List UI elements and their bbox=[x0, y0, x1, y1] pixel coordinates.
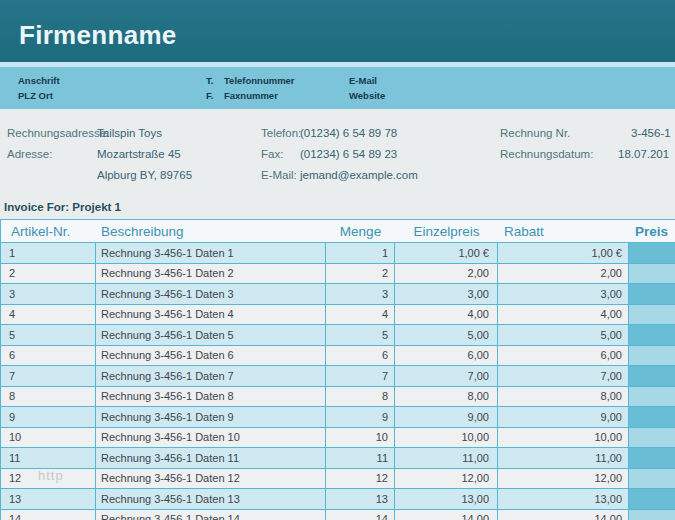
table-row: 9 Rechnung 3-456-1 Daten 9 9 9,00 9,00 bbox=[0, 407, 675, 428]
cell-preis bbox=[629, 510, 675, 520]
cell-preis bbox=[629, 387, 675, 407]
cell-preis bbox=[629, 469, 675, 489]
cell-menge: 2 bbox=[326, 264, 395, 284]
table-row: 1 Rechnung 3-456-1 Daten 1 1 1,00 € 1,00… bbox=[0, 243, 675, 264]
invoice-table: Artikel-Nr. Beschreibung Menge Einzelpre… bbox=[0, 219, 675, 520]
cell-beschreibung: Rechnung 3-456-1 Daten 1 bbox=[96, 243, 326, 263]
cell-beschreibung: Rechnung 3-456-1 Daten 6 bbox=[96, 346, 326, 366]
contact-band: Anschrift PLZ Ort T. Telefonnummer F. Fa… bbox=[0, 67, 675, 109]
website-placeholder-label: Website bbox=[349, 90, 385, 101]
cell-einzelpreis: 10,00 bbox=[395, 428, 498, 448]
invoice-number-value: 3-456-1 bbox=[631, 127, 671, 139]
table-row: 13 Rechnung 3-456-1 Daten 13 13 13,00 13… bbox=[0, 489, 675, 510]
table-row: 11 Rechnung 3-456-1 Daten 11 11 11,00 11… bbox=[0, 448, 675, 469]
cell-menge: 3 bbox=[326, 284, 395, 304]
cell-menge: 1 bbox=[326, 243, 395, 263]
cell-preis bbox=[629, 346, 675, 366]
street-value: Mozartstraße 45 bbox=[97, 148, 181, 160]
cell-artikel-nr: 6 bbox=[1, 346, 96, 366]
phone-label: Telefon: bbox=[261, 127, 301, 139]
phone-value: (01234) 6 54 89 78 bbox=[300, 127, 397, 139]
table-header-row: Artikel-Nr. Beschreibung Menge Einzelpre… bbox=[0, 219, 675, 243]
cell-menge: 8 bbox=[326, 387, 395, 407]
company-header: Firmenname bbox=[0, 0, 675, 62]
table-row: 12 Rechnung 3-456-1 Daten 12 12 12,00 12… bbox=[0, 469, 675, 490]
invoice-page: Firmenname Anschrift PLZ Ort T. Telefonn… bbox=[0, 0, 675, 520]
cell-rabatt: 9,00 bbox=[498, 407, 629, 427]
cell-beschreibung: Rechnung 3-456-1 Daten 9 bbox=[96, 407, 326, 427]
invoice-number-label: Rechnung Nr. bbox=[500, 127, 570, 139]
cell-artikel-nr: 7 bbox=[1, 366, 96, 386]
table-row: 7 Rechnung 3-456-1 Daten 7 7 7,00 7,00 bbox=[0, 366, 675, 387]
cell-beschreibung: Rechnung 3-456-1 Daten 10 bbox=[96, 428, 326, 448]
table-row: 3 Rechnung 3-456-1 Daten 3 3 3,00 3,00 bbox=[0, 284, 675, 305]
cell-einzelpreis: 2,00 bbox=[395, 264, 498, 284]
watermark-text: http bbox=[38, 468, 64, 483]
city-value: Alpburg BY, 89765 bbox=[97, 169, 192, 181]
column-header-einzelpreis: Einzelpreis bbox=[395, 224, 498, 239]
billing-address-label: Rechnungsadresse: bbox=[7, 127, 109, 139]
table-row: 5 Rechnung 3-456-1 Daten 5 5 5,00 5,00 bbox=[0, 325, 675, 346]
cell-beschreibung: Rechnung 3-456-1 Daten 3 bbox=[96, 284, 326, 304]
cell-menge: 13 bbox=[326, 489, 395, 509]
cell-einzelpreis: 1,00 € bbox=[395, 243, 498, 263]
cell-artikel-nr: 3 bbox=[1, 284, 96, 304]
cell-beschreibung: Rechnung 3-456-1 Daten 2 bbox=[96, 264, 326, 284]
cell-menge: 7 bbox=[326, 366, 395, 386]
cell-beschreibung: Rechnung 3-456-1 Daten 8 bbox=[96, 387, 326, 407]
cell-preis bbox=[629, 489, 675, 509]
column-header-beschreibung: Beschreibung bbox=[96, 224, 326, 239]
cell-beschreibung: Rechnung 3-456-1 Daten 14 bbox=[96, 510, 326, 520]
cell-preis bbox=[629, 325, 675, 345]
cell-rabatt: 4,00 bbox=[498, 305, 629, 325]
cell-artikel-nr: 2 bbox=[1, 264, 96, 284]
cell-artikel-nr: 14 bbox=[1, 510, 96, 520]
cell-einzelpreis: 7,00 bbox=[395, 366, 498, 386]
cell-beschreibung: Rechnung 3-456-1 Daten 7 bbox=[96, 366, 326, 386]
cell-artikel-nr: 1 bbox=[1, 243, 96, 263]
cell-preis bbox=[629, 366, 675, 386]
cell-einzelpreis: 5,00 bbox=[395, 325, 498, 345]
cell-rabatt: 2,00 bbox=[498, 264, 629, 284]
fax-prefix-label: F. bbox=[206, 90, 213, 101]
cell-beschreibung: Rechnung 3-456-1 Daten 4 bbox=[96, 305, 326, 325]
column-header-rabatt: Rabatt bbox=[498, 224, 629, 239]
cell-menge: 5 bbox=[326, 325, 395, 345]
cell-rabatt: 12,00 bbox=[498, 469, 629, 489]
phone-placeholder-label: Telefonnummer bbox=[224, 75, 295, 86]
cell-artikel-nr: 9 bbox=[1, 407, 96, 427]
cell-rabatt: 8,00 bbox=[498, 387, 629, 407]
cell-einzelpreis: 9,00 bbox=[395, 407, 498, 427]
cell-preis bbox=[629, 305, 675, 325]
email-label: E-Mail: bbox=[261, 169, 297, 181]
cell-preis bbox=[629, 407, 675, 427]
cell-preis bbox=[629, 284, 675, 304]
cell-menge: 4 bbox=[326, 305, 395, 325]
cell-artikel-nr: 4 bbox=[1, 305, 96, 325]
table-row: 6 Rechnung 3-456-1 Daten 6 6 6,00 6,00 bbox=[0, 346, 675, 367]
cell-rabatt: 11,00 bbox=[498, 448, 629, 468]
cell-einzelpreis: 14,00 bbox=[395, 510, 498, 520]
table-row: 10 Rechnung 3-456-1 Daten 10 10 10,00 10… bbox=[0, 428, 675, 449]
invoice-date-label: Rechnungsdatum: bbox=[500, 148, 593, 160]
cell-preis bbox=[629, 428, 675, 448]
cell-menge: 11 bbox=[326, 448, 395, 468]
cell-einzelpreis: 13,00 bbox=[395, 489, 498, 509]
cell-rabatt: 5,00 bbox=[498, 325, 629, 345]
cell-einzelpreis: 6,00 bbox=[395, 346, 498, 366]
phone-prefix-label: T. bbox=[206, 75, 213, 86]
table-row: 2 Rechnung 3-456-1 Daten 2 2 2,00 2,00 bbox=[0, 264, 675, 285]
fax-value: (01234) 6 54 89 23 bbox=[300, 148, 397, 160]
cell-artikel-nr: 10 bbox=[1, 428, 96, 448]
cell-rabatt: 7,00 bbox=[498, 366, 629, 386]
cell-menge: 14 bbox=[326, 510, 395, 520]
cell-preis bbox=[629, 243, 675, 263]
cell-beschreibung: Rechnung 3-456-1 Daten 13 bbox=[96, 489, 326, 509]
cell-rabatt: 3,00 bbox=[498, 284, 629, 304]
cell-preis bbox=[629, 448, 675, 468]
column-header-preis: Preis bbox=[629, 224, 675, 239]
cell-menge: 10 bbox=[326, 428, 395, 448]
email-placeholder-label: E-Mail bbox=[349, 75, 377, 86]
table-row: 14 Rechnung 3-456-1 Daten 14 14 14,00 14… bbox=[0, 510, 675, 520]
cell-menge: 12 bbox=[326, 469, 395, 489]
